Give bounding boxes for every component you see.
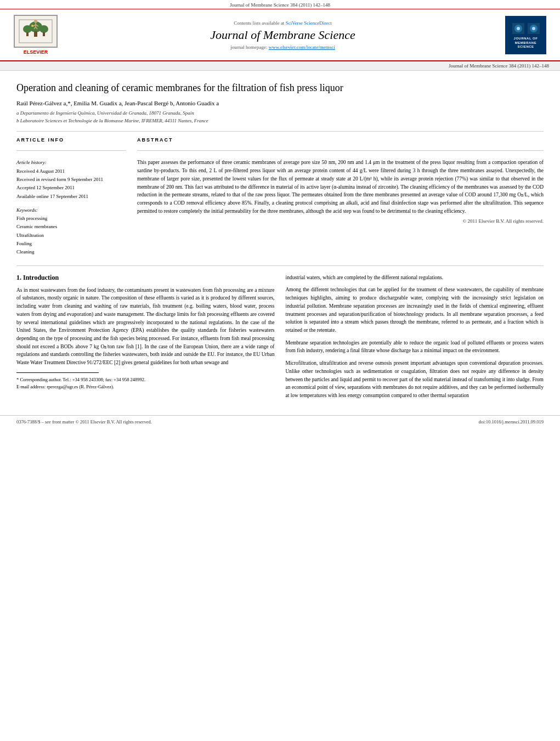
sciverse-link[interactable]: SciVerse ScienceDirect (286, 20, 332, 26)
abstract-divider (137, 150, 544, 151)
affiliations: a Departamento de Ingeniería Química, Un… (16, 110, 544, 125)
article-title: Operation and cleaning of ceramic membra… (16, 82, 544, 94)
homepage-link[interactable]: www.elsevier.com/locate/memsci (269, 44, 335, 50)
abstract-col: ABSTRACT This paper assesses the perform… (137, 137, 544, 256)
intro-paragraph-right-4: Microfiltration, ultrafiltration and rev… (286, 359, 544, 400)
svg-rect-6 (43, 32, 45, 36)
logo-right-title: journal of MEMBRANE SCIENCE (514, 37, 538, 49)
abstract-header: ABSTRACT (137, 137, 544, 143)
article-info-header: ARTICLE INFO (16, 137, 126, 143)
svg-point-19 (517, 27, 520, 30)
intro-paragraph-right-1: industrial waters, which are completed b… (286, 274, 544, 282)
elsevier-logo-box (14, 15, 58, 48)
journal-title: Journal of Membrane Science (66, 28, 500, 42)
membrane-science-logo: journal of MEMBRANE SCIENCE (505, 16, 546, 54)
elsevier-text: ELSEVIER (24, 49, 48, 55)
received-date: Received 4 August 2011 (16, 167, 126, 176)
svg-point-7 (34, 20, 37, 23)
copyright-line: © 2011 Elsevier B.V. All rights reserved… (137, 218, 544, 224)
svg-point-3 (23, 25, 32, 33)
elsevier-tree-icon (16, 17, 55, 46)
keyword-3: Ultrafiltration (16, 231, 126, 240)
svg-rect-4 (26, 32, 29, 36)
svg-point-13 (31, 25, 33, 27)
svg-point-20 (532, 27, 535, 30)
keyword-4: Fouling (16, 240, 126, 248)
keywords-section: Keywords: Fish processing Ceramic membra… (16, 206, 126, 257)
accepted-date: Accepted 12 September 2011 (16, 184, 126, 192)
received-revised-date: Received in revised form 9 September 201… (16, 176, 126, 184)
article-info-col: ARTICLE INFO Article history: Received 4… (16, 137, 126, 256)
info-divider (16, 150, 126, 151)
intro-paragraph-left: As in most wastewaters from the food ind… (16, 286, 275, 367)
svg-rect-2 (34, 31, 37, 37)
affiliation-a: a Departamento de Ingeniería Química, Un… (16, 110, 544, 117)
article-info-abstract-section: ARTICLE INFO Article history: Received 4… (16, 131, 544, 256)
article-journal-ref: Journal of Membrane Science 384 (2011) 1… (449, 63, 549, 69)
authors-line: Raúl Pérez-Gálvez a,*, Emilia M. Guadix … (16, 100, 544, 106)
journal-homepage: journal homepage: www.elsevier.com/locat… (66, 44, 500, 50)
article-info-bar: Journal of Membrane Science 384 (2011) 1… (0, 61, 560, 71)
logo-right-graphic (510, 20, 542, 37)
intro-paragraph-right-3: Membrane separation technologies are pot… (286, 339, 544, 355)
sciverse-line: Contents lists available at SciVerse Sci… (66, 20, 500, 26)
bottom-footer: 0376-7388/$ – see front matter © 2011 El… (0, 415, 560, 428)
main-divider (16, 265, 544, 266)
journal-ref-text: Journal of Membrane Science 384 (2011) 1… (230, 2, 330, 8)
keyword-1: Fish processing (16, 214, 126, 223)
affiliation-b: b Laboratoire Sciences et Technologie de… (16, 117, 544, 125)
footnote-star: * Corresponding author. Tel.: +34 958 24… (16, 376, 275, 383)
section1-title: 1. Introduction (16, 274, 275, 282)
elsevier-logo: ELSEVIER (11, 15, 60, 55)
footnote-divider (16, 372, 99, 373)
body-left-col: 1. Introduction As in most wastewaters f… (16, 274, 275, 404)
intro-paragraph-right-2: Among the different technologies that ca… (286, 286, 544, 334)
doi-line: doi:10.1016/j.memsci.2011.09.019 (479, 419, 544, 425)
article-history: Article history: Received 4 August 2011 … (16, 159, 126, 200)
keywords-label: Keywords: (16, 207, 38, 213)
abstract-text: This paper assesses the performance of t… (137, 159, 544, 215)
keyword-5: Cleaning (16, 248, 126, 256)
keyword-2: Ceramic membranes (16, 223, 126, 231)
journal-header: ELSEVIER Contents lists available at Sci… (0, 9, 560, 61)
journal-reference-bar: Journal of Membrane Science 384 (2011) 1… (0, 0, 560, 9)
footnote-email: E-mail address: rperezga@ugr.es (R. Pére… (16, 383, 275, 391)
svg-point-5 (39, 25, 48, 33)
available-online-date: Available online 17 September 2011 (16, 193, 126, 201)
journal-logo-right: journal of MEMBRANE SCIENCE (505, 16, 549, 54)
body-section: 1. Introduction As in most wastewaters f… (16, 274, 544, 404)
body-right-col: industrial waters, which are completed b… (286, 274, 544, 404)
issn-line: 0376-7388/$ – see front matter © 2011 El… (16, 419, 152, 425)
header-center: Contents lists available at SciVerse Sci… (66, 20, 500, 50)
history-label: Article history: (16, 160, 47, 165)
main-content: Operation and cleaning of ceramic membra… (0, 71, 560, 415)
